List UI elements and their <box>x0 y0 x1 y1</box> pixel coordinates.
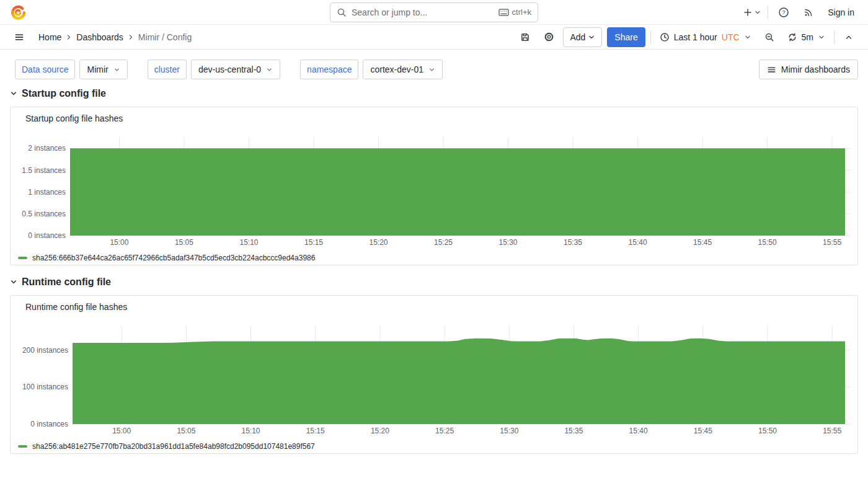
zoom-out-time-button[interactable] <box>760 28 779 46</box>
svg-text:15:55: 15:55 <box>823 238 841 247</box>
timeseries-chart[interactable]: 0 instances0.5 instances1 instances1.5 i… <box>11 133 857 250</box>
svg-text:15:05: 15:05 <box>175 238 193 247</box>
mimir-dashboards-label: Mimir dashboards <box>781 64 850 74</box>
svg-text:15:15: 15:15 <box>306 427 325 435</box>
save-dashboard-button[interactable] <box>516 28 534 46</box>
clock-icon <box>660 32 670 42</box>
chevron-up-icon <box>844 33 853 42</box>
svg-text:2 instances: 2 instances <box>28 144 66 153</box>
chevron-down-icon <box>10 278 17 286</box>
svg-text:15:55: 15:55 <box>823 427 841 435</box>
svg-text:1 instances: 1 instances <box>28 188 66 197</box>
help-button[interactable]: ? <box>774 3 793 22</box>
chevron-down-icon <box>818 33 825 41</box>
cluster-select[interactable]: dev-us-central-0 <box>191 60 280 79</box>
share-button[interactable]: Share <box>607 27 645 47</box>
namespace-select[interactable]: cortex-dev-01 <box>363 60 443 79</box>
timeseries-chart[interactable]: 0 instances100 instances200 instances15:… <box>11 322 857 438</box>
svg-text:15:50: 15:50 <box>758 238 777 247</box>
dashboard-variables: Data source Mimir cluster dev-us-central… <box>15 60 858 79</box>
svg-text:15:30: 15:30 <box>498 238 517 247</box>
breadcrumb-current: Mimir / Config <box>138 32 192 42</box>
row-title: Runtime config file <box>22 277 111 288</box>
top-nav: ctrl+k ? Sign in <box>0 0 868 25</box>
help-icon: ? <box>778 7 789 18</box>
mega-menu-toggle[interactable] <box>10 28 29 46</box>
chevron-right-icon <box>65 33 73 41</box>
dashboard-content: Startup config file Startup config file … <box>0 87 868 454</box>
chevron-down-icon <box>266 66 273 73</box>
svg-text:?: ? <box>782 9 786 16</box>
svg-text:15:05: 15:05 <box>177 427 195 435</box>
series-color-marker <box>18 257 27 259</box>
global-search[interactable]: ctrl+k <box>330 2 538 22</box>
variable-cluster: cluster dev-us-central-0 <box>148 60 280 79</box>
chevron-down-icon <box>113 66 120 73</box>
legend-item[interactable]: sha256:666b37e644ca26ac65f742966cb5adaf3… <box>18 252 857 264</box>
divider <box>650 31 651 43</box>
svg-text:15:25: 15:25 <box>434 238 453 247</box>
svg-text:15:30: 15:30 <box>500 427 518 435</box>
svg-text:15:10: 15:10 <box>241 427 260 435</box>
svg-text:1.5 instances: 1.5 instances <box>22 166 66 175</box>
datasource-select[interactable]: Mimir <box>79 60 127 79</box>
svg-text:15:50: 15:50 <box>758 427 777 435</box>
gear-icon <box>544 32 554 42</box>
refresh-interval-label: 5m <box>802 32 813 42</box>
svg-text:0 instances: 0 instances <box>28 231 66 240</box>
time-range-picker[interactable]: Last 1 hour UTC <box>656 27 755 47</box>
svg-text:15:20: 15:20 <box>369 238 388 247</box>
chevron-right-icon <box>127 33 135 41</box>
svg-text:15:40: 15:40 <box>629 427 648 435</box>
dashboard-settings-button[interactable] <box>539 28 558 46</box>
panel-title: Startup config file hashes <box>25 113 857 126</box>
svg-text:15:15: 15:15 <box>304 238 323 247</box>
svg-text:15:35: 15:35 <box>564 238 582 247</box>
breadcrumb-dashboards[interactable]: Dashboards <box>76 32 123 42</box>
series-color-marker <box>18 445 27 448</box>
search-icon <box>337 7 347 17</box>
cluster-label: cluster <box>148 60 187 79</box>
sign-in-button[interactable]: Sign in <box>824 5 858 20</box>
series-label: sha256:ab481e275e770fb7ba20bd31a961dd1a5… <box>32 442 315 451</box>
grafana-logo-icon[interactable] <box>10 4 26 20</box>
refresh-picker[interactable]: 5m <box>784 27 829 47</box>
row-header-runtime[interactable]: Runtime config file <box>10 275 858 289</box>
chevron-down-icon <box>428 66 435 73</box>
breadcrumb-home[interactable]: Home <box>38 32 61 42</box>
search-input[interactable] <box>352 7 494 17</box>
news-button[interactable] <box>799 3 818 22</box>
svg-text:15:25: 15:25 <box>435 427 454 435</box>
chevron-down-icon <box>744 33 751 41</box>
new-button[interactable] <box>743 7 761 17</box>
svg-text:15:35: 15:35 <box>564 427 583 435</box>
save-icon <box>520 32 530 42</box>
collapse-toolbar-button[interactable] <box>839 28 858 46</box>
hamburger-icon <box>14 32 24 42</box>
divider <box>834 31 835 43</box>
datasource-label: Data source <box>15 60 75 79</box>
row-header-startup[interactable]: Startup config file <box>10 87 858 100</box>
dashboard-actions: Add Share Last 1 hour UTC 5m <box>516 27 858 47</box>
svg-text:15:45: 15:45 <box>694 427 712 435</box>
add-panel-button[interactable]: Add <box>563 27 602 47</box>
svg-text:200 instances: 200 instances <box>22 346 68 355</box>
refresh-icon <box>787 32 797 42</box>
legend-item[interactable]: sha256:ab481e275e770fb7ba20bd31a961dd1a5… <box>18 441 857 452</box>
timezone-label: UTC <box>722 32 740 42</box>
datasource-value: Mimir <box>87 64 108 74</box>
variable-namespace: namespace cortex-dev-01 <box>300 60 443 79</box>
row-title: Startup config file <box>22 88 106 99</box>
keyboard-icon <box>498 8 509 17</box>
time-range-label: Last 1 hour <box>674 32 717 42</box>
namespace-value: cortex-dev-01 <box>370 64 423 74</box>
chevron-down-icon <box>754 9 761 16</box>
search-shortcut-label: ctrl+k <box>512 7 531 17</box>
panel-runtime-config: Runtime config file hashes 0 instances10… <box>10 295 858 454</box>
zoom-out-icon <box>764 32 774 42</box>
panel-title: Runtime config file hashes <box>25 302 857 314</box>
svg-text:15:00: 15:00 <box>112 427 131 435</box>
page-toolbar: Home Dashboards Mimir / Config Add Share <box>0 25 868 50</box>
mimir-dashboards-button[interactable]: Mimir dashboards <box>759 60 858 79</box>
svg-text:0 instances: 0 instances <box>30 420 68 428</box>
